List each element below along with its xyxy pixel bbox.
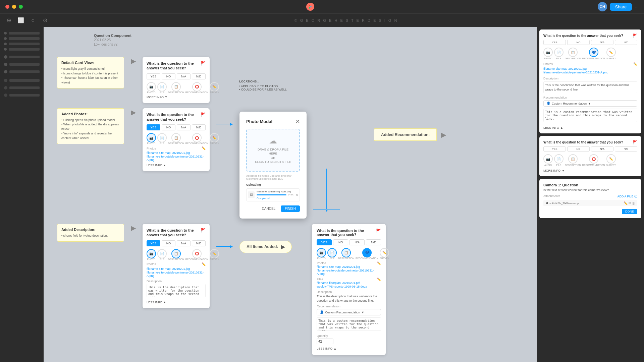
na-btn[interactable]: N/A bbox=[591, 40, 613, 45]
file-icon-btn[interactable]: 📄 bbox=[157, 82, 167, 92]
yes-button[interactable]: YES bbox=[317, 239, 332, 245]
yes-button[interactable]: YES bbox=[147, 124, 160, 130]
photo-link-1[interactable]: filename-site-map-20210201.jpg bbox=[147, 151, 206, 155]
layer-item[interactable] bbox=[3, 31, 41, 36]
share-button[interactable]: Share bbox=[610, 3, 632, 11]
edit-file-icon[interactable]: ✏️ bbox=[624, 201, 628, 205]
rp-photo-icon[interactable]: 📷 bbox=[543, 48, 553, 57]
rp-survey-icon[interactable]: ✏️ bbox=[606, 48, 616, 57]
yes-button[interactable]: YES bbox=[147, 73, 160, 79]
photo-link-1[interactable]: filename-site-map-20210201.jpg bbox=[317, 265, 381, 268]
edit-files-icon[interactable]: ✏️ bbox=[377, 278, 381, 281]
more-options[interactable]: ··· bbox=[635, 4, 639, 9]
close-button[interactable] bbox=[5, 5, 9, 9]
file-remove-button[interactable]: ✕ bbox=[296, 193, 298, 197]
upload-zone[interactable]: ☁ DRAG & DROP A FILE HEREORCLICK TO SELE… bbox=[246, 129, 300, 172]
pen-tool[interactable]: ○ bbox=[28, 16, 38, 25]
rec-icon-btn[interactable]: ⭕ bbox=[192, 82, 202, 92]
no-button[interactable]: NO bbox=[333, 239, 348, 245]
survey-icon-btn[interactable]: ✏️ bbox=[210, 249, 219, 258]
less-info-button[interactable]: LESS INFO ▲ bbox=[317, 347, 381, 350]
file-icon-btn[interactable]: 📄 bbox=[157, 133, 167, 142]
na-button[interactable]: N/A bbox=[177, 240, 191, 246]
rp-desc-icon[interactable]: 📋 bbox=[568, 154, 578, 164]
na-button[interactable]: N/A bbox=[177, 73, 191, 79]
quantity-input[interactable] bbox=[317, 339, 333, 344]
survey-icon-btn[interactable]: ✏️ bbox=[210, 133, 219, 142]
rec-icon-btn[interactable]: ⭕ bbox=[192, 249, 202, 258]
less-info-button[interactable]: LESS INFO ▲ bbox=[147, 301, 206, 304]
rp-desc-icon[interactable]: 📋 bbox=[568, 48, 578, 57]
move-tool[interactable]: ⊕ bbox=[4, 16, 13, 25]
rp-file-icon[interactable]: 📄 bbox=[554, 154, 564, 164]
yes-button[interactable]: YES bbox=[147, 240, 160, 246]
desc-icon-btn[interactable]: 📋 bbox=[171, 133, 181, 142]
rp-rec-icon[interactable]: 💙 bbox=[589, 48, 598, 57]
finish-button[interactable]: FINISH bbox=[281, 205, 300, 212]
rp-photo-link-2[interactable]: filename-site-outside-perimeter-20210231… bbox=[543, 71, 637, 74]
description-textarea[interactable]: This is the description that was written… bbox=[147, 284, 206, 297]
recommendation-textarea[interactable]: This is a custom recommendation that was… bbox=[317, 317, 381, 331]
layer-item[interactable] bbox=[3, 85, 41, 90]
nd-button[interactable]: N/D bbox=[192, 124, 206, 130]
photo-link-2[interactable]: filename-site-outside-perimeter-20210231… bbox=[317, 269, 381, 276]
frame-tool[interactable]: ⬜ bbox=[16, 16, 25, 25]
no-button[interactable]: NO bbox=[162, 73, 175, 79]
survey-icon-btn[interactable]: ✏️ bbox=[210, 82, 219, 92]
photo-icon-btn[interactable]: 📷 bbox=[147, 82, 156, 92]
text-tool[interactable]: ⊙ bbox=[40, 16, 50, 25]
layer-item[interactable] bbox=[3, 47, 41, 52]
cancel-button[interactable]: CANCEL bbox=[259, 205, 278, 212]
rp-rec-dropdown[interactable]: 👤 Custom Recommendation ▼ bbox=[543, 100, 637, 107]
file-icon-btn[interactable]: 📄 bbox=[157, 249, 167, 258]
add-file-button[interactable]: ADD A FILE ⓘ bbox=[617, 194, 637, 199]
yes-btn[interactable]: YES bbox=[543, 146, 566, 152]
file-link-2[interactable]: weekly-TPS-reports-1999-03-15.docx bbox=[317, 285, 381, 288]
na-button[interactable]: N/A bbox=[350, 239, 365, 245]
photo-link-1[interactable]: filename-site-map-20210201.jpg bbox=[147, 267, 206, 270]
edit-icon[interactable]: ✏️ bbox=[202, 262, 206, 266]
rp-rec-textarea[interactable]: This is a custom recommendation that was… bbox=[543, 109, 637, 122]
rp-photo-link-1[interactable]: filename-site-map-20210201.jpg bbox=[543, 67, 637, 70]
layer-item[interactable] bbox=[3, 42, 41, 46]
minimize-button[interactable] bbox=[12, 5, 16, 9]
more-info-button[interactable]: MORE INFO ▼ bbox=[543, 169, 637, 172]
nd-btn[interactable]: N/D bbox=[615, 40, 637, 45]
layer-item[interactable] bbox=[3, 62, 41, 67]
layer-item[interactable] bbox=[3, 36, 41, 41]
photo-icon-btn-active[interactable]: 📷 bbox=[147, 249, 156, 258]
file-icon-btn[interactable]: 📄 bbox=[327, 248, 337, 257]
photo-icon-btn[interactable]: 📷 bbox=[317, 248, 326, 257]
na-btn[interactable]: N/A bbox=[591, 146, 613, 152]
layer-item[interactable] bbox=[3, 78, 41, 83]
rec-icon-btn[interactable]: ⭕ bbox=[192, 133, 202, 142]
done-button[interactable]: DONE bbox=[622, 209, 637, 214]
desc-icon-btn-active[interactable]: 📋 bbox=[171, 249, 181, 258]
no-btn[interactable]: NO bbox=[567, 146, 590, 152]
less-info-button[interactable]: LESS INFO ▲ bbox=[147, 164, 206, 167]
layer-item[interactable] bbox=[3, 54, 41, 60]
rp-rec-icon[interactable]: ⭕ bbox=[589, 154, 598, 164]
no-btn[interactable]: NO bbox=[567, 40, 590, 45]
survey-icon-btn[interactable]: ✏️ bbox=[380, 248, 389, 257]
recommendation-dropdown[interactable]: 👤 Custom Recommendation ▼ bbox=[317, 309, 381, 315]
photo-link-2[interactable]: filename-site-outside-perimeter-20210231… bbox=[147, 271, 206, 278]
nd-button[interactable]: N/D bbox=[192, 73, 206, 79]
layer-item[interactable] bbox=[3, 69, 41, 74]
layer-item[interactable] bbox=[3, 93, 41, 98]
maximize-button[interactable] bbox=[19, 5, 23, 9]
rp-audio-icon[interactable]: 📷 bbox=[543, 154, 553, 164]
na-button[interactable]: N/A bbox=[177, 124, 191, 130]
copy-file-icon[interactable]: ⧉ bbox=[629, 201, 631, 205]
no-button[interactable]: NO bbox=[162, 240, 175, 246]
edit-photos-icon[interactable]: ✏️ bbox=[377, 261, 381, 265]
photo-icon-btn-active[interactable]: 📷 bbox=[147, 133, 156, 142]
nd-button[interactable]: N/D bbox=[366, 239, 381, 245]
desc-icon-btn[interactable]: 📋 bbox=[341, 248, 351, 257]
no-button[interactable]: NO bbox=[162, 124, 175, 130]
edit-icon[interactable]: ✏️ bbox=[202, 146, 206, 150]
rec-icon-btn[interactable]: 💙 bbox=[362, 248, 372, 257]
rp-survey-icon[interactable]: ✏️ bbox=[606, 154, 616, 164]
nd-button[interactable]: N/D bbox=[192, 240, 206, 246]
desc-icon-btn[interactable]: 📋 bbox=[171, 82, 181, 92]
